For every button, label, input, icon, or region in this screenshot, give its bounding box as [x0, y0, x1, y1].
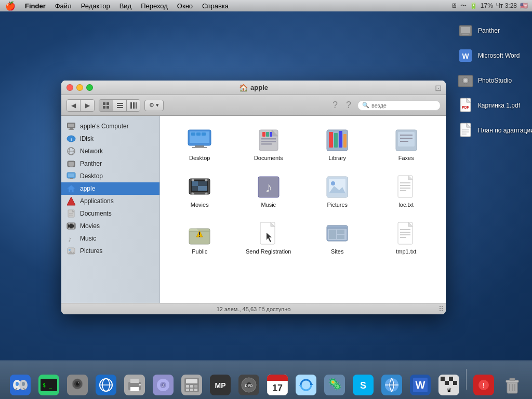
svg-marker-43 [67, 197, 75, 205]
menu-edit[interactable]: Редактор [77, 2, 114, 10]
svg-rect-191 [449, 377, 453, 381]
search-input[interactable] [371, 102, 436, 109]
desktop-icon-doc[interactable]: План по адаптации на кварта...2012 .doc [456, 121, 521, 140]
dock-trash[interactable] [499, 370, 526, 397]
file-item-documents[interactable]: Documents [237, 124, 301, 165]
file-grid: Desktop [168, 124, 438, 259]
dock-ie[interactable] [92, 370, 119, 397]
view-icon-button[interactable] [99, 100, 113, 111]
menu-help[interactable]: Справка [198, 2, 233, 10]
action-arrow: ▾ [156, 102, 159, 109]
file-item-tmp1txt[interactable]: tmp1.txt [375, 217, 438, 259]
resize-grip[interactable]: ⠿ [438, 305, 444, 313]
desktop-icon-photostudio[interactable]: PhotoStudio [456, 71, 513, 90]
dock-mplayer[interactable]: MP [207, 370, 234, 397]
view-column-button[interactable] [126, 100, 140, 111]
file-item-sites[interactable]: Sites [305, 217, 369, 259]
idisk-icon: i [66, 134, 76, 143]
maximize-button[interactable] [86, 84, 93, 91]
file-label-public: Public [192, 248, 207, 255]
svg-rect-194 [445, 381, 449, 385]
dock-chess[interactable]: ♛ [435, 370, 462, 397]
sidebar-item-music[interactable]: ♪ Music [61, 232, 159, 245]
dock-terminal[interactable]: $ _ [35, 370, 62, 397]
minimize-button[interactable] [76, 84, 83, 91]
svg-text:DVD: DVD [245, 384, 252, 388]
file-item-movies[interactable]: Movies [168, 170, 232, 212]
dock-isync-icon [294, 373, 318, 397]
sidebar-item-documents[interactable]: Documents [61, 207, 159, 220]
dock-calendar[interactable]: 17 [264, 370, 291, 397]
title-bar: 🏠 apple ⊡ [61, 81, 446, 95]
desktop-icon-word[interactable]: W Microsoft Word [456, 46, 521, 65]
sidebar-item-apple[interactable]: apple [61, 182, 159, 195]
file-item-sendregistration[interactable]: Send Registration [237, 217, 301, 259]
svg-text:PDF: PDF [462, 105, 470, 109]
desktop-icon-pdf[interactable]: PDF Картинка 1.pdf [456, 96, 522, 115]
resize-handle[interactable]: ⊡ [435, 83, 442, 92]
dock-finder[interactable] [7, 370, 34, 397]
file-item-pictures[interactable]: Pictures [305, 170, 369, 212]
svg-rect-193 [441, 381, 445, 385]
sidebar: apple's Computer i iDisk Network [61, 116, 160, 303]
svg-text:MP: MP [215, 381, 225, 390]
action-button[interactable]: ⚙ ▾ [144, 100, 164, 111]
file-item-faxes[interactable]: Faxes [375, 124, 438, 165]
dock-redapp[interactable]: ! [470, 370, 497, 397]
file-item-desktop[interactable]: Desktop [168, 124, 232, 165]
svg-rect-22 [117, 107, 123, 108]
file-item-music[interactable]: ♪ Music [237, 170, 301, 212]
sidebar-item-network[interactable]: Network [61, 145, 159, 157]
dock-word[interactable]: W [407, 370, 434, 397]
search-box[interactable]: 🔍 [357, 100, 441, 111]
dock-skype[interactable]: S [350, 370, 377, 397]
sidebar-item-idisk[interactable]: i iDisk [61, 132, 159, 145]
file-item-library[interactable]: Library [305, 124, 369, 165]
svg-text:S: S [360, 380, 366, 391]
svg-point-128 [16, 382, 19, 386]
help-icon-2[interactable]: ? [346, 100, 351, 111]
close-button[interactable] [66, 84, 73, 91]
computer-label: apple's Computer [80, 123, 129, 130]
file-icon-sites [325, 221, 350, 246]
sidebar-item-applications[interactable]: Applications [61, 195, 159, 207]
dock-isync[interactable] [292, 370, 320, 397]
file-area: Desktop [160, 116, 446, 303]
dock-itunes[interactable]: ♪ [150, 370, 177, 397]
network-icon [66, 147, 76, 156]
pdf-icon: PDF [457, 97, 474, 114]
file-item-public[interactable]: Public [168, 217, 232, 259]
svg-point-7 [464, 79, 467, 82]
file-item-loctxt[interactable]: loc.txt [375, 170, 438, 212]
dock-calculator[interactable] [178, 370, 205, 397]
dock-webcam[interactable] [64, 370, 91, 397]
view-list-button[interactable] [113, 100, 126, 111]
menu-finder[interactable]: Finder [21, 2, 50, 10]
sidebar-item-desktop[interactable]: Desktop [61, 170, 159, 182]
desktop-icon-panther[interactable]: Panther [456, 21, 501, 41]
file-label-sites: Sites [331, 248, 343, 255]
menu-go[interactable]: Переход [137, 2, 172, 10]
menu-view[interactable]: Вид [115, 2, 136, 10]
sidebar-item-movies[interactable]: Movies [61, 220, 159, 232]
svg-rect-40 [70, 178, 73, 179]
dock-security[interactable]: 🦠 [321, 370, 348, 397]
sidebar-item-pictures[interactable]: Pictures [61, 245, 159, 257]
svg-text:!: ! [483, 382, 485, 389]
computer-icon [66, 122, 76, 131]
dock-print[interactable] [121, 370, 148, 397]
gear-icon: ⚙ [149, 102, 154, 109]
forward-button[interactable]: ▶ [81, 100, 94, 111]
panther-label: Panther [478, 27, 500, 34]
menu-file[interactable]: Файл [51, 2, 76, 10]
help-icon-1[interactable]: ? [332, 100, 338, 111]
sidebar-item-computer[interactable]: apple's Computer [61, 120, 159, 132]
dock-dvd[interactable]: DVD [235, 370, 262, 397]
svg-point-86 [205, 179, 208, 182]
sidebar-item-panther[interactable]: Panther [61, 157, 159, 170]
dock-browser[interactable] [378, 370, 405, 397]
menu-window[interactable]: Окно [173, 2, 197, 10]
svg-rect-158 [190, 385, 193, 388]
back-button[interactable]: ◀ [67, 100, 81, 111]
apple-menu[interactable]: 🍎 [0, 1, 21, 11]
